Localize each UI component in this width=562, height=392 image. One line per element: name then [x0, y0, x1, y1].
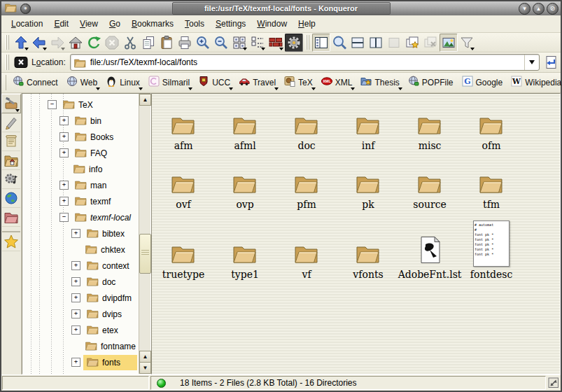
- cut-button[interactable]: [121, 34, 139, 52]
- tree-item-bin[interactable]: +bin: [22, 113, 139, 129]
- scroll-down-button[interactable]: ▼: [139, 362, 151, 374]
- reload-button[interactable]: [85, 34, 103, 52]
- tree-item-context[interactable]: +context: [22, 258, 139, 274]
- file-type1[interactable]: type1: [231, 243, 259, 281]
- tree-item-dvips[interactable]: +dvips: [22, 306, 139, 322]
- expand-icon[interactable]: +: [71, 309, 80, 318]
- bookmark-ucc[interactable]: UCC: [195, 74, 234, 91]
- bookmark-xml[interactable]: XMLXML: [318, 74, 356, 91]
- file-pfm[interactable]: pfm: [293, 173, 320, 211]
- new-tab-button[interactable]: [403, 34, 421, 52]
- menu-bookmarks[interactable]: Bookmarks: [126, 17, 179, 31]
- tree-item-content[interactable]: man: [71, 178, 109, 193]
- find-button[interactable]: [330, 34, 349, 52]
- brick-view-button[interactable]: [267, 34, 285, 52]
- menu-location[interactable]: Location: [6, 17, 48, 31]
- tree-item-content[interactable]: chktex: [82, 242, 128, 258]
- file-afm[interactable]: afm: [170, 114, 197, 153]
- services-button[interactable]: [2, 170, 20, 189]
- bookmark-google[interactable]: GGoogle: [458, 74, 507, 91]
- toolbar-handle[interactable]: [6, 35, 9, 50]
- split-vertical-button[interactable]: [367, 34, 385, 52]
- close-button[interactable]: ⊘: [547, 3, 559, 15]
- bookmark-pencil-button[interactable]: [2, 113, 20, 132]
- menu-window[interactable]: Window: [251, 17, 293, 31]
- tree-item-doc[interactable]: +doc: [22, 274, 139, 290]
- expand-icon[interactable]: +: [71, 326, 80, 335]
- tree-item-content[interactable]: fontname: [82, 339, 139, 354]
- tree-item-bibtex[interactable]: +bibtex: [22, 225, 139, 241]
- file-truetype[interactable]: truetype: [162, 243, 204, 281]
- resize-grip[interactable]: [547, 375, 561, 391]
- split-horizontal-button[interactable]: [349, 34, 367, 52]
- tree-item-content[interactable]: dvips: [83, 307, 125, 322]
- tree-item-tex[interactable]: −TeX: [22, 97, 139, 113]
- root-folder-button[interactable]: [2, 208, 20, 227]
- tree-item-content[interactable]: Books: [71, 130, 116, 145]
- expand-icon[interactable]: +: [71, 358, 80, 367]
- expand-icon[interactable]: +: [71, 277, 80, 286]
- home-button[interactable]: [66, 34, 85, 52]
- network-button[interactable]: [2, 189, 20, 208]
- expand-icon[interactable]: +: [71, 293, 80, 302]
- tree-item-info[interactable]: info: [22, 161, 139, 177]
- file-tfm[interactable]: tfm: [478, 173, 505, 211]
- tree-item-books[interactable]: +Books: [22, 129, 139, 145]
- file-ovf[interactable]: ovf: [170, 173, 197, 211]
- file-doc[interactable]: doc: [293, 114, 320, 153]
- file-vfonts[interactable]: vfonts: [353, 243, 383, 281]
- bookmark-wikipedia[interactable]: WWikipedia: [507, 74, 562, 91]
- menu-settings[interactable]: Settings: [210, 17, 251, 31]
- location-dropdown-button[interactable]: [524, 55, 539, 70]
- tree-item-content[interactable]: texmf-local: [71, 210, 134, 225]
- scroll-thumb[interactable]: [139, 234, 151, 274]
- minimize-button[interactable]: ▾: [519, 3, 531, 15]
- bookmark-tex[interactable]: TeX: [281, 74, 316, 91]
- bookmarks-toolbar-handle[interactable]: [6, 75, 6, 90]
- tree-item-content[interactable]: fonts: [83, 355, 137, 370]
- file-ofm[interactable]: ofm: [478, 114, 505, 153]
- location-combobox[interactable]: file:/usr/TeX/texmf-local/fonts: [70, 54, 540, 71]
- toolbar-handle-2[interactable]: [306, 35, 309, 50]
- tree-item-content[interactable]: context: [83, 258, 132, 274]
- sidebar-config-button[interactable]: [1, 94, 21, 113]
- expand-icon[interactable]: +: [71, 229, 80, 238]
- filter-button[interactable]: [458, 34, 476, 52]
- bookmark-popfile[interactable]: POPFile: [405, 74, 457, 91]
- expand-icon[interactable]: +: [59, 132, 69, 141]
- tree-item-man[interactable]: +man: [22, 177, 139, 193]
- tree-item-texmf[interactable]: +texmf: [22, 193, 139, 209]
- file-pk[interactable]: pk: [355, 173, 381, 211]
- tree-item-content[interactable]: etex: [83, 323, 121, 338]
- pin-button[interactable]: ●: [20, 4, 31, 14]
- expand-icon[interactable]: +: [71, 261, 80, 270]
- icon-view-button[interactable]: [230, 34, 248, 52]
- tree-item-content[interactable]: TeX: [59, 97, 96, 113]
- menu-go[interactable]: Go: [104, 17, 126, 31]
- expand-icon[interactable]: +: [59, 181, 69, 190]
- tree-item-fonts[interactable]: +fonts: [22, 354, 139, 370]
- zoom-out-button[interactable]: [212, 34, 230, 52]
- bookmark-thesis[interactable]: Thesis: [357, 74, 402, 91]
- menu-view[interactable]: View: [74, 17, 104, 31]
- tree-item-content[interactable]: texmf: [71, 194, 113, 209]
- expand-icon[interactable]: +: [59, 197, 69, 206]
- scroll-up-button-2[interactable]: ▲: [139, 351, 151, 363]
- file-adobefnt-lst[interactable]: AdobeFnt.lst: [398, 236, 462, 281]
- paste-button[interactable]: [157, 34, 176, 52]
- location-toolbar-handle[interactable]: [6, 55, 9, 70]
- bookmark-linux[interactable]: Linux: [102, 74, 143, 91]
- file-ovp[interactable]: ovp: [232, 173, 258, 211]
- expand-icon[interactable]: +: [59, 148, 69, 158]
- back-button[interactable]: [30, 34, 48, 52]
- tree-item-content[interactable]: FAQ: [71, 146, 110, 161]
- tree-item-content[interactable]: bin: [71, 113, 104, 129]
- file-vf[interactable]: vf: [293, 243, 320, 281]
- up-button[interactable]: [12, 34, 30, 52]
- bookmark-travel[interactable]: Travel: [235, 74, 279, 91]
- gear-button[interactable]: [285, 34, 303, 52]
- multicolumn-view-button[interactable]: [248, 34, 267, 52]
- file-misc[interactable]: misc: [416, 114, 443, 153]
- tree-item-content[interactable]: info: [70, 162, 105, 177]
- go-button[interactable]: [542, 53, 561, 71]
